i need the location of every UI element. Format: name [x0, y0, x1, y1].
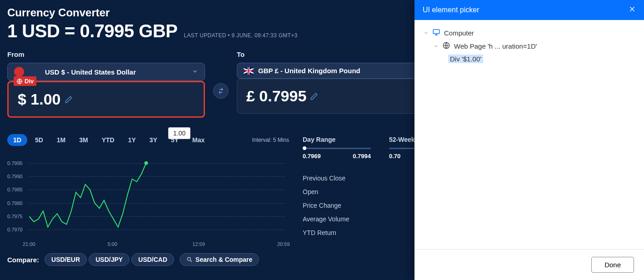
y-tick-label: 0.7990	[7, 174, 23, 179]
conversion-rate: 1 USD = 0.7995 GBP	[7, 21, 178, 41]
value-tooltip: 1.00	[168, 127, 190, 139]
stat-label: YTD Return	[303, 229, 336, 236]
to-currency-text: GBP £ - United Kingdom Pound	[258, 67, 360, 75]
stat-label: Price Change	[303, 202, 341, 209]
pencil-icon	[310, 92, 318, 100]
time-tab-ytd[interactable]: YTD	[96, 134, 120, 146]
pencil-icon	[65, 95, 73, 104]
time-tab-1m[interactable]: 1M	[51, 134, 71, 146]
y-tick-label: 0.7995	[7, 160, 23, 166]
compare-row: Compare: USD/EUR USD/JPY USD/CAD Search …	[7, 253, 294, 266]
y-tick-label: 0.7980	[7, 200, 23, 206]
svg-line-3	[190, 260, 192, 262]
to-amount-input[interactable]: £ 0.7995	[237, 79, 434, 114]
svg-rect-6	[433, 30, 439, 34]
done-button[interactable]: Done	[591, 257, 634, 273]
y-tick-label: 0.7985	[7, 187, 23, 192]
picker-close-button[interactable]	[629, 5, 636, 15]
close-icon	[629, 5, 636, 13]
svg-point-1	[145, 161, 148, 165]
gbp-flag-icon	[244, 67, 254, 75]
week52-range-low: 0.70	[389, 153, 400, 160]
from-currency-select[interactable]: USD $ - United States Dollar	[7, 63, 205, 81]
time-range-tabs: 1D5D1M3MYTD1Y3Y5YMaxInterval: 5 Mins	[7, 134, 294, 146]
globe-icon	[442, 41, 450, 51]
tree-node-computer[interactable]: Computer	[424, 26, 635, 40]
interval-label: Interval: 5 Mins	[252, 137, 289, 143]
stat-label: Average Volume	[303, 215, 349, 223]
from-label: From	[7, 50, 205, 58]
swap-button[interactable]	[213, 83, 229, 99]
rate-chart[interactable]: 0.79950.79900.79850.79800.79750.797021:0…	[7, 154, 285, 245]
tree-node-webpage[interactable]: Web Page 'h ... uration=1D'	[424, 40, 635, 53]
stat-label: Previous Close	[303, 175, 345, 182]
day-range-high: 0.7994	[353, 153, 371, 160]
svg-point-2	[187, 257, 190, 260]
swap-icon	[217, 87, 225, 95]
compare-pair-usd-eur[interactable]: USD/EUR	[45, 253, 87, 266]
tree-node-div[interactable]: Div '$1.00'	[424, 53, 635, 65]
time-tab-1y[interactable]: 1Y	[122, 134, 142, 146]
time-tab-3m[interactable]: 3M	[73, 134, 94, 146]
day-range: Day Range 0.79690.7994	[303, 136, 371, 160]
y-tick-label: 0.7975	[7, 214, 23, 219]
search-icon	[186, 256, 193, 263]
from-amount-input[interactable]: $ 1.00	[7, 81, 205, 118]
chevron-down-icon	[434, 42, 439, 50]
search-compare-button[interactable]: Search & Compare	[180, 253, 259, 266]
time-tab-1d[interactable]: 1D	[7, 134, 27, 146]
chevron-down-icon	[192, 68, 198, 76]
x-tick-label: 5:00	[108, 241, 117, 247]
time-tab-3y[interactable]: 3Y	[144, 134, 163, 146]
x-tick-label: 12:59	[192, 241, 205, 247]
ui-element-picker-panel: UI element picker Computer Web Page 'h .…	[414, 0, 644, 280]
compare-pair-usd-cad[interactable]: USD/CAD	[131, 253, 174, 266]
globe-icon	[16, 78, 23, 85]
to-currency-select[interactable]: GBP £ - United Kingdom Pound	[237, 63, 434, 79]
time-tab-5d[interactable]: 5D	[29, 134, 49, 146]
from-currency-text: USD $ - United States Dollar	[45, 68, 136, 76]
computer-icon	[432, 28, 440, 38]
day-range-low: 0.7969	[303, 153, 321, 160]
day-range-label: Day Range	[303, 136, 371, 143]
x-tick-label: 20:59	[277, 241, 290, 247]
chevron-down-icon	[424, 29, 429, 37]
stat-label: Open	[303, 188, 318, 195]
picker-tree[interactable]: Computer Web Page 'h ... uration=1D' Div…	[414, 20, 644, 249]
picker-title: UI element picker	[423, 6, 479, 14]
last-updated: LAST UPDATED • 9 JUNE, 09:47:33 GMT+3	[184, 32, 298, 39]
compare-label: Compare:	[7, 256, 39, 264]
to-label: To	[237, 50, 434, 58]
element-highlight-badge: Div	[14, 76, 36, 86]
usd-flag-icon	[14, 67, 24, 77]
chart-line	[29, 154, 284, 240]
y-tick-label: 0.7970	[7, 227, 23, 232]
compare-pair-usd-jpy[interactable]: USD/JPY	[89, 253, 130, 266]
x-tick-label: 21:00	[23, 241, 35, 247]
